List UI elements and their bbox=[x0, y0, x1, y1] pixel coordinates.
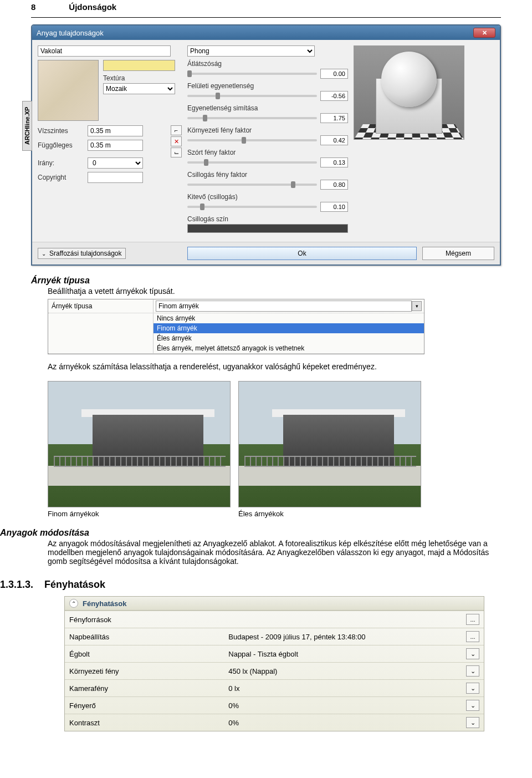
transparency-slider[interactable] bbox=[187, 73, 317, 75]
bump-smooth-value[interactable]: 1.75 bbox=[320, 113, 348, 123]
dialog-body: ARCHline.XP Textúra Mozaik Vízszintes bbox=[32, 40, 500, 242]
light-panel-header[interactable]: ⌃ Fényhatások bbox=[65, 597, 484, 611]
specular-slider[interactable] bbox=[187, 184, 317, 186]
bump-smooth-slider[interactable] bbox=[187, 117, 317, 119]
close-button[interactable]: ✕ bbox=[473, 28, 495, 38]
ambient-value[interactable]: 0.42 bbox=[320, 135, 348, 145]
light-row-button[interactable]: ⌄ bbox=[466, 665, 479, 677]
shadow-option-soft[interactable]: Finom árnyék bbox=[154, 323, 424, 333]
link-lock-button[interactable]: ✕ bbox=[171, 136, 182, 146]
light-row-label: Kontraszt bbox=[65, 716, 224, 730]
spec-exp-slider[interactable] bbox=[187, 206, 317, 208]
shadow-type-panel: Árnyék típusa Finom árnyék ▾ Nincs árnyé… bbox=[48, 299, 424, 354]
light-row-value: Nappal - Tiszta égbolt⌄ bbox=[224, 645, 484, 662]
section-heading: 1.3.1.3. Fényhatások bbox=[0, 579, 501, 591]
shadow-dropdown-button[interactable]: ▾ bbox=[412, 301, 422, 311]
light-row-button[interactable]: ⌄ bbox=[466, 683, 479, 694]
horizontal-input[interactable] bbox=[88, 125, 143, 136]
ok-button[interactable]: Ok bbox=[187, 247, 417, 260]
light-row-value: 0 lx⌄ bbox=[224, 680, 484, 696]
preview-3d bbox=[354, 45, 464, 140]
shadow-type-label: Árnyék típusa bbox=[48, 299, 154, 313]
shadow-type-select[interactable]: Finom árnyék bbox=[156, 301, 412, 312]
dialog-title: Anyag tulajdonságok bbox=[37, 29, 104, 37]
render-soft-caption: Finom árnyékok bbox=[48, 510, 231, 518]
light-row-button[interactable]: ... bbox=[466, 631, 479, 642]
shadow-type-heading: Árnyék típusa bbox=[31, 276, 501, 286]
shadow-option-hard[interactable]: Éles árnyék bbox=[154, 333, 424, 343]
texture-select[interactable]: Mozaik bbox=[103, 83, 175, 94]
light-row: ÉgboltNappal - Tiszta égbolt⌄ bbox=[65, 645, 484, 662]
shadow-options-list: Nincs árnyék Finom árnyék Éles árnyék Él… bbox=[154, 313, 424, 353]
bump-slider[interactable] bbox=[187, 95, 317, 97]
shader-select[interactable]: Phong bbox=[187, 45, 315, 57]
light-row-label: Kamerafény bbox=[65, 682, 224, 695]
hatch-properties-button[interactable]: ⌄ Sraffozási tulajdonságok bbox=[38, 248, 126, 259]
specular-label: Csillogás fény faktor bbox=[187, 171, 348, 179]
render-compare: Finom árnyékok Éles árnyékok bbox=[48, 381, 501, 518]
light-panel-title: Fényhatások bbox=[83, 599, 126, 608]
vertical-label: Függőleges bbox=[38, 141, 88, 149]
render-soft-image bbox=[48, 381, 231, 507]
bump-value[interactable]: -0.56 bbox=[320, 91, 348, 101]
bump-label: Felületi egyenetlenség bbox=[187, 82, 348, 90]
titlebar[interactable]: Anyag tulajdonságok ✕ bbox=[32, 26, 500, 40]
shadow-option-transparent[interactable]: Éles árnyék, melyet áttetsző anyagok is … bbox=[154, 343, 424, 353]
texture-label: Textúra bbox=[103, 74, 175, 82]
column-middle: Phong Átlátszóság0.00 Felületi egyenetle… bbox=[187, 45, 348, 236]
light-row: Kontraszt0%⌄ bbox=[65, 714, 484, 731]
collapse-icon[interactable]: ⌃ bbox=[69, 599, 78, 608]
light-row-button[interactable]: ⌄ bbox=[466, 700, 479, 711]
direction-select[interactable]: 0 bbox=[88, 157, 143, 169]
side-tab[interactable]: ARCHline.XP bbox=[22, 101, 32, 151]
spec-color-swatch[interactable] bbox=[187, 224, 348, 233]
render-hard-image bbox=[238, 381, 421, 507]
spec-exp-label: Kitevő (csillogás) bbox=[187, 193, 348, 201]
texture-swatch[interactable] bbox=[38, 60, 99, 121]
light-row-button[interactable]: ... bbox=[466, 614, 479, 625]
close-icon: ✕ bbox=[482, 29, 487, 37]
bump-smooth-label: Egyenetlenség simítása bbox=[187, 104, 348, 112]
light-row-value: Budapest - 2009 július 17, péntek 13:48:… bbox=[224, 628, 484, 645]
vertical-input[interactable] bbox=[88, 140, 143, 151]
light-row-value: 0%⌄ bbox=[224, 697, 484, 714]
page-number: 8 bbox=[31, 2, 35, 12]
materials-body: Az anyagok módosításával megjelenítheti … bbox=[48, 539, 501, 566]
light-row: Kamerafény0 lx⌄ bbox=[65, 679, 484, 696]
transparency-value[interactable]: 0.00 bbox=[320, 69, 348, 79]
light-row-button[interactable]: ⌄ bbox=[466, 717, 479, 728]
light-row-value: ... bbox=[224, 611, 484, 628]
light-effects-panel: ⌃ Fényhatások Fényforrások...Napbeállítá… bbox=[64, 596, 484, 731]
chevron-down-icon: ⌄ bbox=[42, 251, 46, 257]
light-row-label: Fényforrások bbox=[65, 613, 224, 627]
diffuse-slider[interactable] bbox=[187, 161, 317, 164]
render-hard-caption: Éles árnyékok bbox=[238, 510, 421, 518]
color-swatch[interactable] bbox=[103, 60, 175, 71]
shadow-option-none[interactable]: Nincs árnyék bbox=[154, 313, 424, 323]
link-top-button[interactable]: ⌐ bbox=[171, 125, 182, 135]
light-row-button[interactable]: ⌄ bbox=[466, 648, 479, 659]
light-row-label: Napbeállítás bbox=[65, 630, 224, 644]
material-properties-dialog: Anyag tulajdonságok ✕ ARCHline.XP Textúr… bbox=[31, 24, 501, 266]
shadow-note: Az árnyékok számítása lelassíthatja a re… bbox=[48, 362, 501, 371]
link-bottom-button[interactable]: ⌙ bbox=[171, 148, 182, 157]
spec-exp-value[interactable]: 0.10 bbox=[320, 202, 348, 212]
diffuse-label: Szórt fény faktor bbox=[187, 149, 348, 156]
light-row: NapbeállításBudapest - 2009 július 17, p… bbox=[65, 628, 484, 645]
light-row-value: 450 lx (Nappal)⌄ bbox=[224, 663, 484, 679]
ambient-slider[interactable] bbox=[187, 139, 317, 141]
diffuse-value[interactable]: 0.13 bbox=[320, 157, 348, 167]
materials-heading: Anyagok módosítása bbox=[0, 528, 501, 538]
material-name-input[interactable] bbox=[38, 45, 171, 57]
specular-value[interactable]: 0.80 bbox=[320, 180, 348, 190]
light-row-label: Égbolt bbox=[65, 647, 224, 661]
cancel-button[interactable]: Mégsem bbox=[422, 247, 494, 260]
copyright-input[interactable] bbox=[88, 172, 143, 183]
shadow-type-intro: Beállíthatja a vetett árnyékok típusát. bbox=[48, 287, 501, 296]
light-row-label: Környezeti fény bbox=[65, 664, 224, 678]
light-row-label: Fényerő bbox=[65, 699, 224, 713]
page-header: 8 Újdonságok bbox=[31, 0, 501, 18]
hatch-label: Sraffozási tulajdonságok bbox=[49, 250, 122, 257]
copyright-label: Copyright bbox=[38, 174, 88, 181]
spec-color-label: Csillogás szín bbox=[187, 215, 348, 223]
